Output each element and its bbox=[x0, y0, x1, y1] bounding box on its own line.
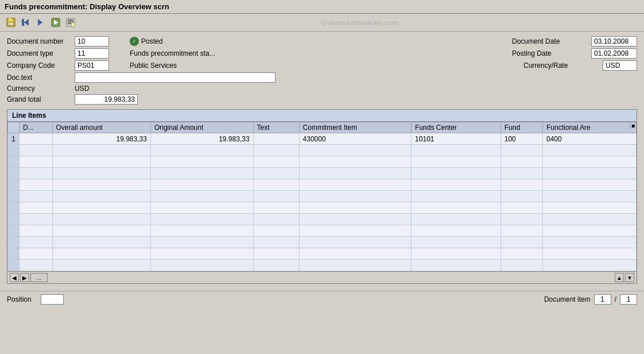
table-row bbox=[8, 237, 637, 248]
doc-text-input[interactable] bbox=[75, 72, 276, 83]
document-item-current-input[interactable] bbox=[594, 294, 611, 305]
document-type-label: Document type bbox=[7, 49, 70, 57]
scroll-up-btn[interactable]: ▲ bbox=[615, 273, 624, 282]
scroll-thumb[interactable]: … bbox=[30, 273, 48, 282]
scroll-left-btn[interactable]: ◀ bbox=[10, 273, 19, 282]
funds-precommitment-label: Funds precommitment sta... bbox=[130, 49, 215, 57]
posting-date-label: Posting Date bbox=[512, 49, 587, 57]
grand-total-label: Grand total bbox=[7, 95, 70, 103]
status-text: Posted bbox=[141, 37, 162, 45]
public-services-label: Public Services bbox=[130, 61, 177, 70]
status-checkmark-icon: ✓ bbox=[130, 37, 139, 46]
back-icon[interactable] bbox=[20, 16, 32, 29]
row-1-fund: 100 bbox=[501, 133, 542, 145]
col-header-functional: Functional Are ■ bbox=[543, 122, 637, 133]
company-code-input[interactable] bbox=[75, 60, 109, 71]
row-num-1: 1 bbox=[8, 133, 20, 145]
table-row bbox=[8, 179, 637, 191]
line-items-header: Line Items bbox=[7, 110, 637, 122]
scroll-bar-area: ◀ ▶ … ▲ ▼ bbox=[7, 271, 637, 283]
document-item-label: Document item bbox=[544, 295, 591, 303]
document-item-separator: / bbox=[615, 295, 616, 303]
col-header-overall: Overall amount bbox=[52, 122, 150, 133]
table-row bbox=[8, 225, 637, 237]
row-1-text bbox=[253, 133, 299, 145]
scroll-right-btn[interactable]: ▶ bbox=[20, 273, 29, 282]
table-row bbox=[8, 248, 637, 260]
currency-value: USD bbox=[75, 84, 89, 93]
table-row bbox=[8, 156, 637, 168]
col-header-rownum bbox=[8, 122, 20, 133]
svg-marker-3 bbox=[24, 19, 29, 26]
table-row bbox=[8, 145, 637, 156]
svg-rect-2 bbox=[8, 22, 14, 25]
watermark: © www.tutorialkart.com bbox=[79, 18, 639, 27]
col-header-funds-center: Funds Center bbox=[412, 122, 501, 133]
title-bar: Funds precommitment: Display Overview sc… bbox=[0, 0, 644, 14]
svg-rect-4 bbox=[22, 19, 24, 26]
table-row[interactable]: 1 19.983,33 19.983,33 430000 10101 100 0… bbox=[8, 133, 637, 145]
document-number-input[interactable] bbox=[75, 36, 109, 47]
row-1-original: 19.983,33 bbox=[150, 133, 253, 145]
document-item-total-input bbox=[620, 294, 637, 305]
table-row bbox=[8, 214, 637, 225]
col-header-fund: Fund bbox=[501, 122, 542, 133]
svg-rect-1 bbox=[9, 18, 12, 21]
document-type-input[interactable] bbox=[75, 48, 109, 59]
row-1-overall: 19.983,33 bbox=[52, 133, 150, 145]
document-number-label: Document number bbox=[7, 37, 70, 45]
row-1-doc bbox=[20, 133, 53, 145]
currency-rate-label: Currency/Rate bbox=[523, 61, 598, 70]
table-row bbox=[8, 191, 637, 202]
row-1-commitment: 430000 bbox=[299, 133, 412, 145]
table-row bbox=[8, 260, 637, 271]
position-input[interactable] bbox=[41, 294, 64, 305]
col-header-original: Original Amount bbox=[150, 122, 253, 133]
window-title: Funds precommitment: Display Overview sc… bbox=[5, 2, 169, 11]
company-code-label: Company Code bbox=[7, 61, 70, 70]
document-item-area: Document item / bbox=[544, 294, 637, 305]
col-header-commitment: Commitment Item bbox=[299, 122, 412, 133]
forward-icon[interactable] bbox=[34, 16, 47, 29]
position-label: Position bbox=[7, 295, 32, 303]
scroll-down-btn[interactable]: ▼ bbox=[625, 273, 634, 282]
status-badge: ✓ Posted bbox=[130, 37, 162, 46]
grand-total-input[interactable] bbox=[75, 94, 138, 105]
line-items-table: D... Overall amount Original Amount Text… bbox=[7, 122, 637, 271]
table-row bbox=[8, 168, 637, 179]
posting-date-input[interactable] bbox=[591, 48, 637, 59]
svg-marker-5 bbox=[38, 19, 42, 26]
col-header-doc: D... bbox=[20, 122, 53, 133]
doc-text-label: Doc.text bbox=[7, 74, 70, 82]
bottom-bar: Position Document item / bbox=[0, 291, 644, 307]
toolbar: © www.tutorialkart.com bbox=[0, 14, 644, 32]
line-items-section: Line Items D... Overall amount Original … bbox=[7, 109, 637, 284]
document-date-input[interactable] bbox=[591, 36, 637, 47]
svg-marker-12 bbox=[72, 23, 75, 26]
save-icon[interactable] bbox=[5, 16, 17, 29]
col-header-text: Text bbox=[253, 122, 299, 133]
execute-icon[interactable] bbox=[49, 16, 62, 29]
table-row bbox=[8, 202, 637, 214]
currency-label: Currency bbox=[7, 84, 70, 93]
edit-icon[interactable] bbox=[64, 16, 77, 29]
document-date-label: Document Date bbox=[512, 37, 587, 45]
row-1-functional: 0400 bbox=[543, 133, 637, 145]
col-resize-icon[interactable]: ■ bbox=[630, 122, 636, 129]
row-1-funds-center: 10101 bbox=[412, 133, 501, 145]
currency-rate-input[interactable] bbox=[603, 60, 637, 71]
